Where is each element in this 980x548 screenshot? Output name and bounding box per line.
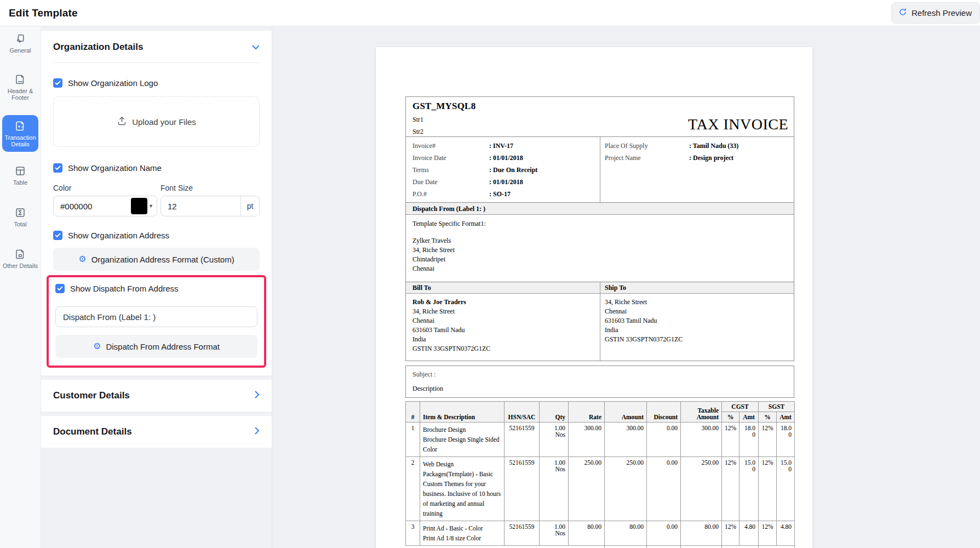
col-item-description: Item & Description	[420, 402, 505, 423]
ship-to-line: 34, Riche Street	[605, 298, 787, 307]
meta-value: : 01/01/2018	[489, 176, 523, 188]
col-hsn-sac: HSN/SAC	[505, 402, 540, 423]
dispatch-format-line: Template Specific Format1:	[412, 219, 787, 229]
table-row: 1 Brochure DesignBrochure Design Single …	[406, 423, 795, 457]
logo-upload-dropzone[interactable]: Upload your Files	[53, 96, 260, 147]
gear-icon: ⚙	[78, 255, 86, 264]
meta-left: Invoice#: INV-17 Invoice Date: 01/01/201…	[406, 137, 600, 202]
organization-address-format-button[interactable]: ⚙ Organization Address Format (Custom)	[53, 248, 260, 271]
meta-label: Invoice Date	[406, 152, 489, 164]
sidebar-item-total[interactable]: Total	[2, 207, 38, 227]
section-title: Organization Details	[53, 42, 143, 53]
col-sgst-pct: %	[759, 412, 777, 423]
org-name: GST_MYSQL8	[412, 101, 475, 112]
refresh-preview-button[interactable]: Refresh Preview	[891, 2, 980, 24]
ship-to-block: 34, Riche Street Chennai 631603 Tamil Na…	[600, 294, 794, 361]
bill-to-line: 631603 Tamil Nadu	[412, 326, 593, 335]
dispatch-from-label-value: Dispatch From (Label 1: )	[63, 312, 156, 322]
upload-label: Upload your Files	[132, 117, 196, 127]
customer-details-header[interactable]: Customer Details	[53, 390, 260, 401]
sidebar-item-table[interactable]: Table	[2, 165, 38, 186]
sidebar-item-other-details[interactable]: Other Details	[2, 248, 38, 269]
col-rate: Rate	[569, 402, 605, 423]
item-description: Custom Themes for your business. Inclusi…	[423, 479, 501, 518]
font-size-label: Font Size	[161, 184, 193, 192]
sidebar-item-label: Transaction Details	[4, 134, 36, 147]
show-organization-name-row: Show Organization Name	[53, 163, 260, 173]
chevron-right-icon[interactable]	[255, 427, 260, 437]
checkbox-label: Show Organization Address	[68, 231, 169, 240]
dispatch-from-label-input[interactable]: Dispatch From (Label 1: )	[55, 306, 257, 327]
table-row: 3 Print Ad - Basic - ColorPrint Ad 1/8 s…	[406, 521, 795, 546]
font-size-input[interactable]: 12 pt	[161, 196, 260, 216]
show-organization-logo-checkbox[interactable]	[53, 78, 62, 88]
swatch-caret-icon[interactable]: ▼	[148, 203, 153, 209]
dispatch-address-line: Chennai	[412, 264, 787, 273]
subject-label: Subject :	[412, 370, 787, 379]
checkbox-label: Show Dispatch From Address	[70, 284, 179, 293]
meta-label: Terms	[406, 164, 489, 176]
section-title: Customer Details	[53, 390, 130, 401]
item-name: Brochure Design	[423, 425, 501, 435]
subtotal-label: Sub Total	[406, 546, 605, 548]
meta-value: : 01/01/2018	[489, 152, 523, 164]
organization-details-header[interactable]: Organization Details	[53, 42, 260, 53]
invoice-header-box: GST_MYSQL8 Str1 Str2 TAX INVOICE Invoice…	[405, 96, 794, 361]
button-label: Organization Address Format (Custom)	[91, 255, 234, 264]
org-address-line: Str1	[412, 116, 475, 124]
meta-label: Project Name	[600, 152, 689, 164]
meta-label: Invoice#	[406, 140, 489, 152]
show-organization-logo-row: Show Organization Logo	[53, 78, 260, 88]
bill-ship-bar: Bill To Ship To	[406, 282, 794, 294]
preview-pane: GST_MYSQL8 Str1 Str2 TAX INVOICE Invoice…	[273, 26, 980, 548]
bill-ship-addresses: Rob & Joe Traders 34, Riche Street Chenn…	[406, 294, 794, 361]
subtotal-row: Sub Total 630.00 0.00 ₹630.00 27.00 27.0…	[406, 546, 795, 548]
dispatch-address-line: Chintadripet	[412, 255, 787, 264]
show-organization-name-checkbox[interactable]	[53, 163, 62, 173]
checkbox-label: Show Organization Logo	[68, 78, 158, 88]
check-icon	[55, 165, 61, 170]
page-title: Edit Template	[9, 7, 78, 19]
color-swatch[interactable]	[131, 198, 147, 214]
sidebar-item-transaction-details[interactable]: Transaction Details	[2, 115, 38, 152]
sidebar-item-label: Other Details	[3, 262, 38, 269]
refresh-label: Refresh Preview	[912, 8, 972, 18]
meta-value: : Design project	[689, 152, 733, 164]
show-dispatch-from-address-checkbox[interactable]	[55, 284, 65, 293]
dispatch-highlight-box: Show Dispatch From Address Dispatch From…	[47, 275, 266, 368]
bill-to-name: Rob & Joe Traders	[412, 298, 593, 307]
chevron-down-icon[interactable]	[252, 42, 260, 52]
sidebar-item-header-footer[interactable]: Header & Footer	[2, 73, 38, 101]
item-name: Print Ad - Basic - Color	[423, 523, 501, 533]
org-address-line: Str2	[412, 128, 475, 136]
gear-icon: ⚙	[93, 342, 101, 351]
check-icon	[55, 81, 61, 85]
document-details-header[interactable]: Document Details	[53, 426, 260, 437]
show-organization-address-checkbox[interactable]	[53, 231, 62, 240]
document-details-section: Document Details	[41, 416, 272, 448]
col-qty: Qty	[540, 402, 569, 423]
meta-value: : INV-17	[489, 140, 513, 152]
check-icon	[55, 233, 61, 238]
show-organization-address-row: Show Organization Address	[53, 231, 260, 240]
bill-to-line: India	[412, 335, 593, 344]
inputs-row: #000000 ▼ 12 pt	[53, 196, 260, 216]
col-discount: Discount	[647, 402, 681, 423]
sidebar-item-general[interactable]: General	[2, 33, 38, 54]
color-value: #000000	[60, 202, 131, 211]
section-title: Document Details	[53, 426, 132, 437]
col-number: #	[406, 402, 420, 423]
col-cgst-amt: Amt	[740, 412, 759, 423]
header-footer-icon	[14, 73, 26, 85]
dispatch-from-address-format-button[interactable]: ⚙ Dispatch From Address Format	[55, 335, 257, 358]
chevron-right-icon[interactable]	[255, 391, 260, 401]
bill-to-line: GSTIN 33GSPTN0372G1ZC	[412, 344, 593, 353]
table-row: 2 Web Design Packages(Template) - BasicC…	[406, 457, 795, 521]
ship-to-line: 631603 Tamil Nadu	[605, 316, 787, 326]
meta-right: Place Of Supply: Tamil Nadu (33) Project…	[600, 137, 794, 202]
dispatch-address-line: 34, Riche Street	[412, 246, 787, 255]
meta-value: : SO-17	[489, 188, 511, 200]
meta-label: Due Date	[406, 176, 489, 188]
total-icon	[14, 207, 26, 219]
color-input[interactable]: #000000 ▼	[53, 196, 157, 216]
